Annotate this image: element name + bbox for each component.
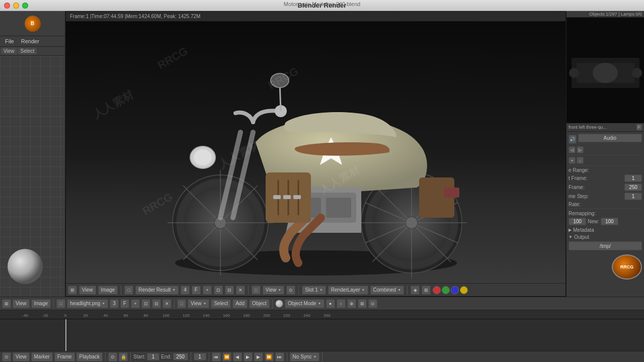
metadata-section[interactable]: ▶ Metadata [569, 227, 642, 233]
nav-icon-2[interactable]: ▷ [577, 146, 584, 153]
next-frame-btn[interactable]: ⏩ [265, 352, 274, 361]
render-bottom-bar: ⊞ View Image □ Render Result ▼ 4 F + ⊡ ⊟… [66, 283, 566, 296]
output-path-btn[interactable]: /tmp/ [569, 241, 642, 250]
view-icon-b[interactable]: □ [177, 299, 186, 308]
plus-icon[interactable]: + [203, 286, 212, 295]
red-channel-btn[interactable] [433, 286, 441, 294]
playback-btn[interactable]: Playback [76, 352, 103, 361]
skip-start-btn[interactable]: ⏮ [212, 352, 221, 361]
f2-btn[interactable]: F [120, 299, 129, 308]
green-channel-btn[interactable] [442, 286, 450, 294]
next-keyframe-btn[interactable]: ▶ [254, 352, 263, 361]
scope-btn2[interactable]: ⊞ [422, 286, 431, 295]
render-type-icon[interactable]: □ [124, 286, 133, 295]
slot1-dropdown[interactable]: Slot 1 ▼ [302, 286, 326, 295]
file-dropdown[interactable]: headlight.png ▼ [67, 299, 108, 308]
end-val[interactable]: 250 [173, 353, 188, 360]
remap-val-100[interactable]: 100 [569, 218, 586, 225]
mark-0: 0 [64, 313, 66, 318]
play-btn[interactable]: ▶ [244, 352, 253, 361]
image-btn-render[interactable]: Image [98, 286, 118, 295]
blue-channel-btn[interactable] [451, 286, 459, 294]
range-row: e Range: [569, 167, 642, 173]
slot-num-btn[interactable]: 4 [181, 286, 190, 295]
start-val[interactable]: 1 [147, 353, 159, 360]
timeline-content[interactable] [0, 319, 644, 351]
plus-icon-b[interactable]: + [131, 299, 140, 308]
audio-btn[interactable]: Audio [578, 134, 642, 142]
wire-icon[interactable]: ○ [337, 299, 346, 308]
prev-keyframe-btn[interactable]: ◀ [233, 352, 242, 361]
left-sidebar: B File Render View Select [0, 11, 65, 297]
select-btn-b[interactable]: Select [211, 299, 231, 308]
view2-dropdown[interactable]: View ▼ [263, 286, 284, 295]
file-icon-bottom[interactable]: □ [56, 299, 65, 308]
prop-icon[interactable]: ⊙ [368, 299, 377, 308]
snap-icon[interactable]: ⊞ [358, 299, 367, 308]
sync-dropdown[interactable]: No Sync ▼ [290, 352, 320, 361]
view-status-btn[interactable]: View [13, 352, 30, 361]
speaker-icon[interactable]: 🔊 [569, 135, 577, 144]
start-frame-value[interactable]: 1 [624, 174, 642, 182]
num-btn[interactable]: 3 [110, 299, 119, 308]
svg-rect-41 [632, 68, 642, 78]
select-btn[interactable]: Select [18, 48, 37, 54]
f-label-btn[interactable]: F [192, 286, 201, 295]
view-btn-left[interactable]: View [1, 48, 17, 54]
close-btn-b[interactable]: ✕ [163, 299, 172, 308]
img-icon3[interactable]: ✕ [236, 286, 245, 295]
render-result-dropdown[interactable]: Render Result ▼ [135, 286, 179, 295]
view-btn-bottom[interactable]: View [13, 299, 30, 308]
remapping-label: Remapping: [569, 211, 596, 216]
object-mode-dropdown[interactable]: Object Mode ▼ [285, 299, 325, 308]
scope-btn1[interactable]: ◈ [411, 286, 420, 295]
view-btn-render[interactable]: View [79, 286, 96, 295]
output-section[interactable]: ▼ Output [569, 234, 642, 240]
render-layer-dropdown[interactable]: RenderLayer ▼ [328, 286, 368, 295]
plus-btn[interactable]: + [569, 157, 576, 164]
maximize-button[interactable] [22, 3, 28, 9]
marker-btn[interactable]: Marker [31, 352, 53, 361]
minimize-button[interactable] [13, 3, 19, 9]
new-val-100[interactable]: 100 [601, 218, 618, 225]
camera-icon[interactable]: ⊙ [286, 286, 295, 295]
object-btn-b[interactable]: Object [249, 299, 270, 308]
svg-rect-33 [293, 195, 301, 199]
close-button[interactable] [4, 3, 10, 9]
menu-file[interactable]: File [2, 37, 17, 45]
img-btn-b1[interactable]: ⊡ [141, 299, 150, 308]
bottom-toolbar: ⊞ View Image □ headlight.png ▼ 3 F + ⊡ ⊟… [0, 297, 644, 310]
view-key-btn[interactable]: F [636, 124, 642, 130]
add-btn-b[interactable]: Add [232, 299, 248, 308]
render-icon-btn[interactable]: ⊞ [68, 286, 77, 295]
img-icon2[interactable]: ⊟ [225, 286, 234, 295]
end-frame-value[interactable]: 250 [624, 184, 642, 191]
nav-icon-1[interactable]: ◁ [569, 146, 576, 153]
image-btn-bottom[interactable]: Image [31, 299, 51, 308]
img-icon1[interactable]: ⊡ [214, 286, 223, 295]
frame-current-val[interactable]: 1 [194, 353, 206, 360]
play-icon[interactable]: ⊙ [108, 352, 117, 361]
range-section: e Range: t Frame: 1 Frame: 250 me Step: … [569, 167, 642, 225]
vert-icon[interactable]: ● [326, 299, 335, 308]
frame-btn[interactable]: Frame [54, 352, 75, 361]
prev-frame-btn[interactable]: ⏪ [222, 352, 231, 361]
menu-render[interactable]: Render [18, 37, 42, 45]
frame-step-value[interactable]: 1 [624, 193, 642, 200]
status-icon[interactable]: ⊙ [2, 352, 11, 361]
img-btn-b2[interactable]: ⊟ [152, 299, 161, 308]
blender-logo: B [25, 16, 41, 32]
mark-40: 40 [104, 313, 108, 318]
view3-dropdown[interactable]: View ▼ [188, 299, 209, 308]
bottom-toolbar-icon[interactable]: ⊞ [2, 299, 11, 308]
combined-dropdown[interactable]: Combined ▼ [370, 286, 405, 295]
render-info-text: Frame:1 |Time:07:44.59 |Mem:1424.60M, Pe… [70, 14, 200, 19]
skip-end-btn[interactable]: ⏭ [275, 352, 284, 361]
scope-icon[interactable]: □ [252, 286, 261, 295]
rrcg-logo-area: RRCG [569, 254, 642, 280]
mark-140: 140 [203, 313, 209, 318]
pivot-icon[interactable]: ⊕ [347, 299, 356, 308]
minus-btn[interactable]: - [577, 157, 584, 164]
alpha-channel-btn[interactable] [460, 286, 468, 294]
lock-icon[interactable]: 🔒 [119, 352, 128, 361]
